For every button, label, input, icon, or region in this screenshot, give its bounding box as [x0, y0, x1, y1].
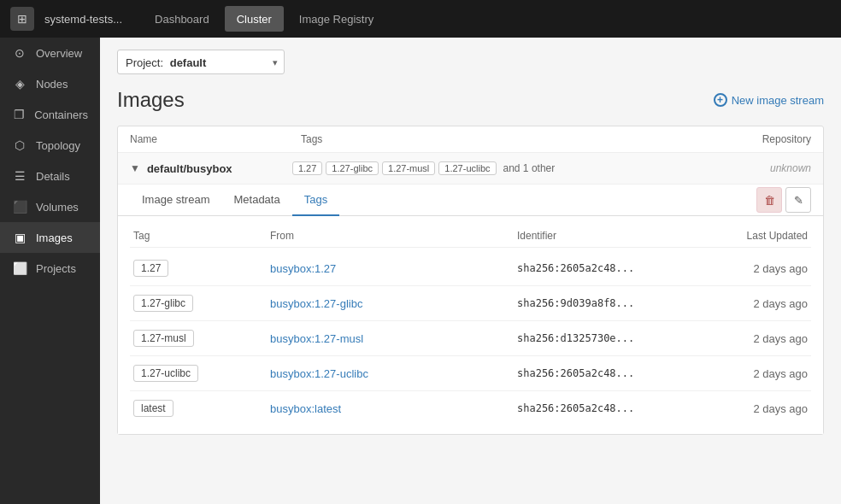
new-image-stream-label: New image stream [732, 94, 824, 107]
images-icon: ▣ [12, 231, 27, 244]
identifier-2: sha256:d1325730e... [517, 332, 705, 344]
new-image-stream-button[interactable]: + New image stream [714, 93, 824, 107]
sidebar-item-nodes[interactable]: ◈ Nodes [0, 68, 100, 99]
plus-circle-icon: + [714, 93, 727, 107]
tab-image-stream[interactable]: Image stream [130, 185, 221, 216]
col-header-tag: Tag [133, 230, 270, 242]
sidebar-item-overview[interactable]: ⊙ Overview [0, 38, 100, 68]
main-layout: ⊙ Overview ◈ Nodes ❐ Containers ⬡ Topolo… [0, 38, 841, 504]
sidebar-label-topology: Topology [36, 139, 80, 152]
col-header-last-updated: Last Updated [705, 230, 808, 242]
sidebar-item-projects[interactable]: ⬜ Projects [0, 253, 100, 284]
tag-badge-3: 1.27-uclibc [438, 161, 496, 175]
edit-button[interactable]: ✎ [785, 187, 811, 213]
nav-tab-cluster[interactable]: Cluster [225, 6, 284, 32]
tab-tags[interactable]: Tags [292, 185, 339, 216]
project-dropdown-wrapper[interactable]: Project: default default kube-system ope… [117, 50, 285, 74]
volumes-icon: ⬛ [12, 200, 27, 214]
table-row: 1.27-uclibc busybox:1.27-uclibc sha256:2… [130, 356, 811, 391]
delete-button[interactable]: 🗑 [756, 187, 782, 213]
images-table: Name Tags Repository ▼ default/busybox 1… [117, 126, 824, 435]
from-value-4: busybox:latest [270, 402, 517, 415]
top-nav: ⊞ systemd-tests... Dashboard Cluster Ima… [0, 0, 841, 38]
table-row: 1.27 busybox:1.27 sha256:2605a2c48... 2 … [130, 251, 811, 286]
table-row: 1.27-glibc busybox:1.27-glibc sha256:9d0… [130, 286, 811, 321]
project-dropdown[interactable]: default kube-system openshift [117, 50, 285, 74]
tag-label-0: 1.27 [133, 260, 168, 277]
tags-table-header: Tag From Identifier Last Updated [130, 225, 811, 248]
project-selector: Project: default default kube-system ope… [117, 50, 824, 74]
page-header: Images + New image stream [117, 88, 824, 112]
tag-label-1: 1.27-glibc [133, 295, 193, 312]
nav-tab-image-registry[interactable]: Image Registry [287, 6, 385, 32]
sidebar-item-images[interactable]: ▣ Images [0, 222, 100, 253]
tag-badge-0: 1.27 [292, 161, 322, 175]
nodes-icon: ◈ [12, 77, 27, 91]
inner-tabs-bar: Image stream Metadata Tags 🗑 ✎ [118, 185, 823, 216]
tab-metadata[interactable]: Metadata [221, 185, 291, 216]
sidebar-label-overview: Overview [36, 47, 82, 60]
tab-actions: 🗑 ✎ [756, 187, 811, 213]
sidebar-label-details: Details [36, 170, 70, 183]
sidebar: ⊙ Overview ◈ Nodes ❐ Containers ⬡ Topolo… [0, 38, 100, 504]
table-row: 1.27-musl busybox:1.27-musl sha256:d1325… [130, 321, 811, 356]
table-row: latest busybox:latest sha256:2605a2c48..… [130, 391, 811, 425]
from-value-1: busybox:1.27-glibc [270, 297, 517, 310]
tag-badge-2: 1.27-musl [382, 161, 435, 175]
col-header-identifier: Identifier [517, 230, 705, 242]
repository-value: unknown [770, 162, 811, 174]
nav-tab-dashboard[interactable]: Dashboard [143, 6, 221, 32]
sidebar-item-volumes[interactable]: ⬛ Volumes [0, 191, 100, 222]
containers-icon: ❐ [12, 108, 26, 121]
sidebar-item-containers[interactable]: ❐ Containers [0, 99, 100, 130]
identifier-3: sha256:2605a2c48... [517, 367, 705, 379]
col-header-name: Name [130, 133, 301, 145]
updated-1: 2 days ago [705, 297, 808, 310]
chevron-down-icon: ▼ [130, 162, 140, 174]
tag-label-4: latest [133, 400, 173, 417]
col-header-repository: Repository [709, 133, 811, 145]
projects-icon: ⬜ [12, 261, 27, 275]
col-header-from: From [270, 230, 517, 242]
col-header-tags: Tags [301, 133, 709, 145]
sidebar-label-nodes: Nodes [36, 78, 68, 91]
identifier-0: sha256:2605a2c48... [517, 262, 705, 274]
overview-icon: ⊙ [12, 46, 27, 60]
content-area: Project: default default kube-system ope… [100, 38, 841, 504]
image-name-busybox: default/busybox [147, 162, 292, 175]
sidebar-label-projects: Projects [36, 262, 76, 275]
updated-0: 2 days ago [705, 262, 808, 275]
topology-icon: ⬡ [12, 138, 27, 152]
from-value-0: busybox:1.27 [270, 262, 517, 275]
updated-3: 2 days ago [705, 367, 808, 380]
tags-table: Tag From Identifier Last Updated 1.27 bu… [118, 216, 823, 434]
app-name: systemd-tests... [44, 13, 122, 26]
sidebar-label-images: Images [36, 231, 73, 244]
tag-badge-1: 1.27-glibc [326, 161, 379, 175]
from-value-3: busybox:1.27-uclibc [270, 367, 517, 380]
tag-label-2: 1.27-musl [133, 330, 194, 347]
updated-2: 2 days ago [705, 332, 808, 345]
table-header-row: Name Tags Repository [118, 126, 823, 153]
image-row-busybox[interactable]: ▼ default/busybox 1.27 1.27-glibc 1.27-m… [118, 153, 823, 185]
sidebar-item-topology[interactable]: ⬡ Topology [0, 130, 100, 161]
from-value-2: busybox:1.27-musl [270, 332, 517, 345]
updated-4: 2 days ago [705, 402, 808, 415]
identifier-4: sha256:2605a2c48... [517, 402, 705, 414]
identifier-1: sha256:9d039a8f8... [517, 297, 705, 309]
tag-label-3: 1.27-uclibc [133, 365, 198, 382]
sidebar-label-containers: Containers [34, 108, 88, 121]
sidebar-item-details[interactable]: ☰ Details [0, 161, 100, 191]
details-icon: ☰ [12, 169, 27, 183]
sidebar-label-volumes: Volumes [36, 201, 79, 214]
page-title: Images [117, 88, 185, 112]
tag-badges: 1.27 1.27-glibc 1.27-musl 1.27-uclibc an… [292, 161, 770, 175]
and-more-label: and 1 other [503, 162, 556, 174]
app-icon: ⊞ [10, 7, 34, 31]
